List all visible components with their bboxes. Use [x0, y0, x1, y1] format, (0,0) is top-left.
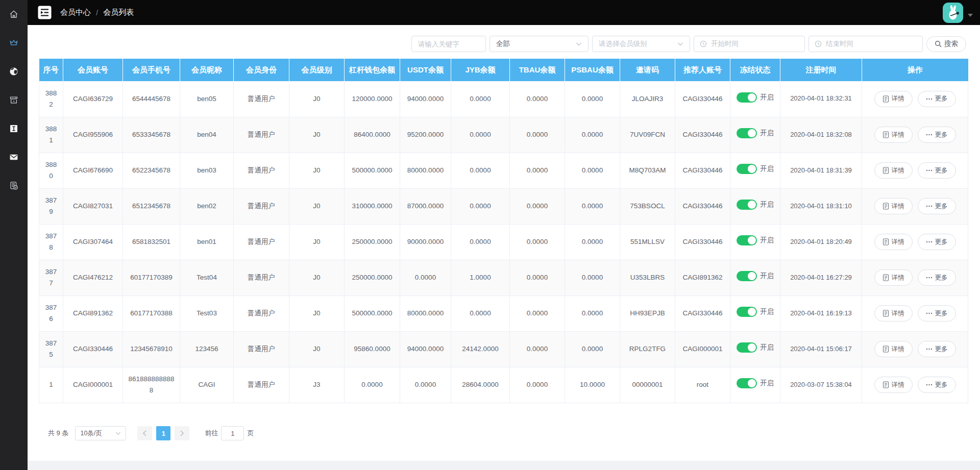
- cell: 普通用户: [234, 153, 289, 188]
- more-dots-icon: [926, 241, 933, 243]
- cell-registered-time: 2020-03-07 15:38:04: [780, 367, 862, 403]
- more-dots-icon: [926, 98, 933, 100]
- status-select-value: 全部: [496, 39, 510, 48]
- search-button[interactable]: 搜索: [926, 36, 966, 52]
- cell: 7UV09FCN: [620, 117, 675, 153]
- more-button[interactable]: 更多: [918, 377, 956, 393]
- more-button[interactable]: 更多: [918, 269, 956, 286]
- cell: 0.0000: [565, 295, 620, 331]
- table-row: 3875CAGI33044612345678910123456普通用户J0958…: [39, 331, 968, 367]
- more-button[interactable]: 更多: [918, 305, 956, 321]
- sidebar-item-info[interactable]: [0, 114, 28, 143]
- column-header: JYB余额: [451, 59, 510, 81]
- cell: J0: [289, 188, 345, 224]
- sidebar-item-shop[interactable]: [0, 86, 28, 114]
- prev-page-button[interactable]: [137, 426, 152, 440]
- freeze-state-label: 开启: [760, 306, 774, 317]
- cell: 500000.0000: [345, 295, 400, 331]
- cell: 0.0000: [565, 81, 620, 117]
- cell: 0.0000: [510, 224, 565, 260]
- cell: 0.0000: [565, 331, 620, 367]
- cell: J0: [289, 153, 345, 188]
- chevron-down-icon[interactable]: [967, 13, 973, 17]
- mail-icon: [9, 152, 19, 162]
- cell-actions: 详情更多: [862, 81, 968, 117]
- cell: 3880: [39, 153, 63, 188]
- freeze-toggle[interactable]: [737, 235, 757, 245]
- document-icon: [883, 203, 889, 210]
- level-select-placeholder: 请选择会员级别: [599, 39, 647, 48]
- detail-button[interactable]: 详情: [874, 234, 913, 250]
- more-button[interactable]: 更多: [918, 341, 956, 357]
- freeze-toggle[interactable]: [737, 92, 757, 103]
- status-select[interactable]: 全部: [489, 36, 589, 52]
- column-header: 会员身份: [234, 59, 289, 81]
- cell-registered-time: 2020-04-01 16:19:13: [780, 295, 862, 331]
- level-select[interactable]: 请选择会员级别: [592, 36, 690, 52]
- freeze-toggle[interactable]: [737, 128, 757, 138]
- column-header: 序号: [39, 59, 63, 81]
- italic-i-icon: [9, 123, 19, 134]
- page-size-select[interactable]: 10条/页: [75, 426, 126, 440]
- end-time-input[interactable]: 结束时间: [808, 36, 923, 52]
- more-button[interactable]: 更多: [918, 198, 956, 214]
- detail-button[interactable]: 详情: [874, 91, 913, 107]
- detail-button[interactable]: 详情: [874, 162, 913, 179]
- cell: CAGI330446: [675, 224, 730, 260]
- detail-button[interactable]: 详情: [874, 198, 913, 214]
- freeze-toggle[interactable]: [737, 271, 757, 281]
- page-number-1[interactable]: 1: [156, 426, 170, 440]
- detail-button[interactable]: 详情: [874, 269, 913, 286]
- sidebar-item-home[interactable]: [0, 0, 28, 29]
- goto-page-input[interactable]: [221, 426, 244, 440]
- detail-button[interactable]: 详情: [874, 341, 913, 357]
- freeze-state-label: 开启: [760, 235, 774, 246]
- member-table-body: 3882CAGI6367296544445678ben05普通用户J012000…: [39, 81, 968, 403]
- freeze-toggle[interactable]: [737, 307, 757, 317]
- next-page-button[interactable]: [175, 426, 189, 440]
- start-time-input[interactable]: 开始时间: [694, 36, 805, 52]
- freeze-toggle[interactable]: [737, 342, 757, 353]
- cell: CAGI330446: [675, 117, 730, 153]
- detail-button[interactable]: 详情: [874, 305, 913, 321]
- cell: 95200.0000: [400, 117, 451, 153]
- search-button-label: 搜索: [944, 39, 958, 48]
- cell-registered-time: 2020-04-01 15:06:17: [780, 331, 862, 367]
- more-button[interactable]: 更多: [918, 91, 956, 107]
- cell: 87000.0000: [400, 188, 451, 224]
- shop-icon: [9, 95, 19, 105]
- more-button[interactable]: 更多: [918, 162, 956, 179]
- document-icon: [883, 345, 889, 353]
- document-icon: [883, 381, 889, 388]
- cell-actions: 详情更多: [862, 260, 968, 295]
- avatar[interactable]: [943, 3, 963, 23]
- keyword-input[interactable]: [411, 36, 486, 52]
- end-time-placeholder: 结束时间: [826, 39, 853, 48]
- menu-fold-button[interactable]: [38, 6, 52, 19]
- cell-actions: 详情更多: [862, 188, 968, 224]
- freeze-toggle[interactable]: [737, 378, 757, 388]
- cell: 3878: [39, 224, 63, 260]
- document-icon: [883, 274, 889, 281]
- sidebar-item-audit[interactable]: [0, 171, 28, 200]
- cell: 0.0000: [510, 153, 565, 188]
- sidebar-item-globe[interactable]: [0, 57, 28, 86]
- cell: 753BSOCL: [620, 188, 675, 224]
- detail-button[interactable]: 详情: [874, 127, 913, 143]
- detail-button-label: 详情: [892, 238, 904, 246]
- cell-registered-time: 2020-04-01 18:31:39: [780, 153, 862, 188]
- breadcrumb-item-member-center[interactable]: 会员中心: [60, 8, 91, 17]
- sidebar-item-mail[interactable]: [0, 143, 28, 171]
- cell: 3882: [39, 81, 63, 117]
- freeze-state-label: 开启: [760, 163, 774, 175]
- detail-button[interactable]: 详情: [874, 377, 913, 393]
- more-button[interactable]: 更多: [918, 234, 956, 250]
- freeze-toggle[interactable]: [737, 164, 757, 174]
- sidebar-item-members[interactable]: [0, 29, 28, 57]
- more-button-label: 更多: [935, 131, 948, 139]
- more-button[interactable]: 更多: [918, 127, 956, 143]
- chevron-down-icon: [677, 42, 683, 46]
- freeze-toggle[interactable]: [737, 200, 757, 210]
- main-content: 全部 请选择会员级别 开始时间 结束时间 搜索 序号会员账号会员手机号会员昵称会: [28, 25, 980, 470]
- more-dots-icon: [926, 277, 933, 279]
